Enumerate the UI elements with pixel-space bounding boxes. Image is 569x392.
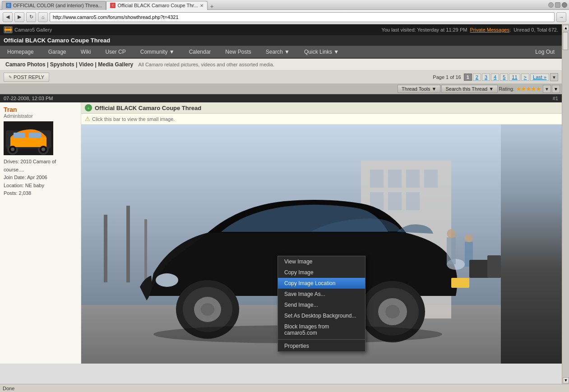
thread-nav-icon[interactable]: ▼	[552, 85, 560, 93]
status-bar: Done	[0, 384, 569, 392]
svg-rect-6	[10, 137, 46, 147]
address-bar[interactable]	[50, 12, 555, 22]
svg-rect-25	[144, 219, 147, 282]
post-date: 07-22-2008, 12:03 PM	[4, 96, 53, 101]
context-menu-copy-image[interactable]: Copy Image	[278, 267, 365, 278]
context-menu-properties[interactable]: Properties	[278, 341, 365, 351]
search-thread-button[interactable]: Search this Thread ▼	[441, 85, 498, 93]
username[interactable]: Tran	[4, 106, 77, 113]
go-button[interactable]: →	[556, 12, 566, 22]
post-row: Tran Administrator	[0, 102, 562, 364]
svg-rect-38	[447, 237, 456, 264]
svg-rect-17	[388, 170, 402, 188]
svg-rect-26	[451, 278, 469, 288]
user-details: Drives: 2010 Camaro of course.... Join D…	[4, 158, 77, 198]
refresh-button[interactable]: ↻	[26, 12, 36, 22]
page-link-3[interactable]: 3	[482, 74, 490, 81]
page-link-2[interactable]: 2	[473, 74, 481, 81]
page-label: Page 1 of 16	[433, 74, 461, 80]
context-menu-set-desktop[interactable]: Set As Desktop Background...	[278, 310, 365, 321]
svg-rect-24	[126, 206, 130, 282]
context-menu-copy-image-location[interactable]: Copy Image Location	[278, 278, 365, 289]
page-link-5[interactable]: 5	[500, 74, 508, 81]
page-link-4[interactable]: 4	[491, 74, 499, 81]
svg-point-27	[156, 273, 178, 287]
post-warning[interactable]: ⚠ Click this bar to view the small image…	[81, 114, 562, 125]
nav-calendar[interactable]: Calendar	[182, 46, 218, 58]
tab-1[interactable]: C OFFICIAL COLOR (and interior) Threa...	[2, 1, 106, 10]
breadcrumb-logo: Camaro5 Gallery	[14, 27, 52, 32]
scroll-down-button[interactable]: ▼	[563, 377, 569, 383]
nav-garage[interactable]: Garage	[41, 46, 74, 58]
svg-point-39	[447, 229, 456, 238]
nav-quick-links[interactable]: Quick Links ▼	[297, 46, 346, 58]
scroll-up-button[interactable]: ▲	[563, 25, 569, 31]
tab-2-close[interactable]: ✕	[200, 3, 204, 8]
page-link-11[interactable]: 11	[509, 74, 520, 81]
svg-point-41	[465, 234, 473, 242]
context-menu-block-images[interactable]: Block Images from camaro5.com	[278, 321, 365, 338]
context-menu-save-image-as[interactable]: Save Image As...	[278, 289, 365, 300]
svg-point-36	[385, 305, 400, 318]
nav-new-posts[interactable]: New Posts	[218, 46, 258, 58]
post-section: 07-22-2008, 12:03 PM #1 Tran Administrat…	[0, 94, 562, 384]
nav-bar: Homepage Garage Wiki User CP Community ▼…	[0, 46, 562, 59]
tab-2[interactable]: C Official BLACK Camaro Coupe Thr... ✕	[106, 1, 207, 10]
site-title-bar: Official BLACK Camaro Coupe Thread	[0, 35, 562, 46]
svg-point-12	[42, 148, 45, 151]
thread-actions-bar: ✎ POST REPLY Page 1 of 16 1 2 3 4 5 11 >…	[0, 71, 562, 84]
browser-toolbar: ◀ ▶ ↻ ⌂ →	[0, 10, 569, 24]
user-rank: Administrator	[4, 113, 77, 119]
page-next[interactable]: >	[521, 74, 529, 81]
browser-tabs: C OFFICIAL COLOR (and interior) Threa...…	[2, 0, 217, 10]
warning-text: Click this bar to view the small image.	[92, 116, 175, 122]
thread-online-icon: ●	[85, 104, 92, 111]
section-title: Camaro Photos | Spyshots | Video | Media…	[5, 61, 133, 68]
context-menu-send-image[interactable]: Send Image...	[278, 300, 365, 310]
nav-homepage[interactable]: Homepage	[0, 46, 41, 58]
svg-point-32	[201, 303, 214, 316]
site-header: Camaro5 Gallery You last visited: Yester…	[0, 24, 562, 35]
maximize-button[interactable]	[555, 2, 560, 8]
pagination-nav-icon[interactable]: ▼	[550, 73, 558, 81]
back-button[interactable]: ◀	[3, 12, 13, 22]
rating-area: Rating: ★★★★★ ▼	[499, 85, 551, 93]
nav-user-cp[interactable]: User CP	[98, 46, 133, 58]
right-scrollbar: ▲ ▼	[562, 24, 569, 384]
new-tab-button[interactable]: +	[208, 3, 217, 10]
forward-button[interactable]: ▶	[14, 12, 24, 22]
private-messages-link[interactable]: Private Messages	[470, 27, 509, 32]
thread-title: Official BLACK Camaro Coupe Thread	[95, 105, 201, 111]
svg-rect-16	[370, 170, 384, 188]
scroll-track[interactable]	[562, 32, 569, 377]
content-area: Camaro5 Gallery You last visited: Yester…	[0, 24, 562, 384]
context-menu-separator	[278, 339, 365, 340]
nav-search[interactable]: Search ▼	[259, 46, 297, 58]
scroll-thumb[interactable]	[563, 32, 568, 50]
svg-rect-7	[14, 133, 25, 138]
context-menu-view-image[interactable]: View Image	[278, 256, 365, 267]
page-current: 1	[464, 74, 472, 81]
nav-community[interactable]: Community ▼	[133, 46, 182, 58]
tab-1-label: OFFICIAL COLOR (and interior) Threa...	[13, 3, 102, 8]
post-reply-button[interactable]: ✎ POST REPLY	[4, 73, 49, 82]
rating-stars: ★★★★★	[516, 86, 541, 92]
post-reply-icon: ✎	[9, 75, 12, 79]
main-area: Camaro5 Gallery You last visited: Yester…	[0, 24, 569, 384]
svg-rect-8	[28, 133, 41, 138]
thread-tools-button[interactable]: Thread Tools ▼	[398, 85, 440, 93]
user-location: Location: NE baby	[4, 182, 77, 190]
logo-icon	[4, 26, 13, 33]
rating-dropdown[interactable]: ▼	[543, 85, 551, 93]
minimize-button[interactable]	[548, 2, 554, 8]
page-last[interactable]: Last »	[530, 74, 549, 81]
avatar	[4, 121, 53, 155]
home-button[interactable]: ⌂	[38, 12, 48, 22]
svg-rect-23	[104, 215, 107, 282]
nav-log-out[interactable]: Log Out	[528, 46, 562, 58]
nav-wiki[interactable]: Wiki	[74, 46, 98, 58]
user-info: You last visited: Yesterday at 11:29 PM …	[382, 27, 558, 32]
user-join-date: Join Date: Apr 2006	[4, 174, 77, 182]
svg-rect-19	[424, 170, 438, 188]
close-button[interactable]	[562, 2, 567, 8]
